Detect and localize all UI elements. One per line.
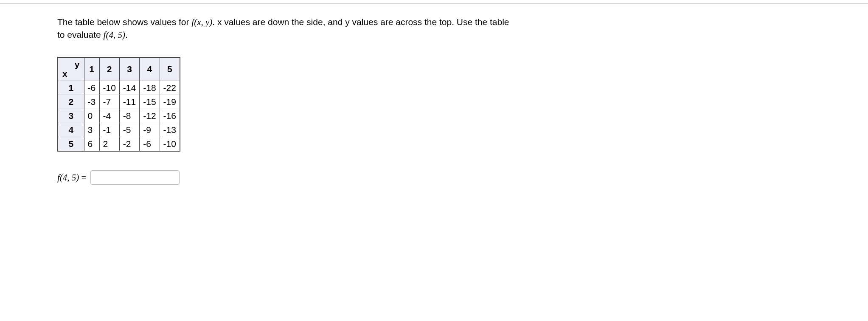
answer-label: f(4, 5) =: [57, 172, 86, 183]
cell: 6: [84, 137, 99, 152]
cell: -6: [140, 137, 160, 152]
x-header: 2: [58, 95, 84, 109]
table-row: 4 3 -1 -5 -9 -13: [58, 123, 180, 137]
x-header: 3: [58, 109, 84, 123]
answer-fn: f(4, 5): [57, 172, 79, 183]
answer-eq: =: [79, 172, 86, 183]
x-header: 4: [58, 123, 84, 137]
cell: -14: [119, 81, 139, 95]
cell: -15: [140, 95, 160, 109]
cell: -11: [119, 95, 139, 109]
cell: -12: [140, 109, 160, 123]
cell: -9: [140, 123, 160, 137]
cell: -13: [160, 123, 180, 137]
y-header: 3: [119, 57, 139, 81]
value-table: y x 1 2 3 4 5 1 -6 -10 -14 -18 -22 2 -3 …: [57, 57, 180, 152]
prompt-text-pre: The table below shows values for: [57, 17, 191, 27]
cell: -4: [99, 109, 119, 123]
cell: 0: [84, 109, 99, 123]
table-row: 1 -6 -10 -14 -18 -22: [58, 81, 180, 95]
cell: -3: [84, 95, 99, 109]
table-corner-cell: y x: [58, 57, 84, 81]
cell: -1: [99, 123, 119, 137]
cell: -2: [119, 137, 139, 152]
x-header: 5: [58, 137, 84, 152]
cell: -19: [160, 95, 180, 109]
table-row: 5 6 2 -2 -6 -10: [58, 137, 180, 152]
prompt-fxy: f(x, y): [191, 17, 212, 27]
question-container: The table below shows values for f(x, y)…: [0, 4, 509, 197]
y-header: 5: [160, 57, 180, 81]
cell: -22: [160, 81, 180, 95]
prompt-target: f(4, 5): [104, 30, 125, 40]
table-row: 2 -3 -7 -11 -15 -19: [58, 95, 180, 109]
cell: -7: [99, 95, 119, 109]
cell: -5: [119, 123, 139, 137]
answer-input[interactable]: [90, 170, 180, 185]
cell: -10: [99, 81, 119, 95]
x-header: 1: [58, 81, 84, 95]
table-row: 3 0 -4 -8 -12 -16: [58, 109, 180, 123]
corner-x-label: x: [62, 69, 67, 79]
question-prompt: The table below shows values for f(x, y)…: [57, 16, 509, 42]
y-header: 1: [84, 57, 99, 81]
table-header-row: y x 1 2 3 4 5: [58, 57, 180, 81]
y-header: 4: [140, 57, 160, 81]
cell: -16: [160, 109, 180, 123]
answer-row: f(4, 5) =: [57, 170, 509, 185]
cell: -18: [140, 81, 160, 95]
cell: -6: [84, 81, 99, 95]
cell: -8: [119, 109, 139, 123]
cell: -10: [160, 137, 180, 152]
prompt-text-post: .: [125, 30, 128, 39]
cell: 2: [99, 137, 119, 152]
cell: 3: [84, 123, 99, 137]
corner-y-label: y: [75, 59, 80, 70]
y-header: 2: [99, 57, 119, 81]
